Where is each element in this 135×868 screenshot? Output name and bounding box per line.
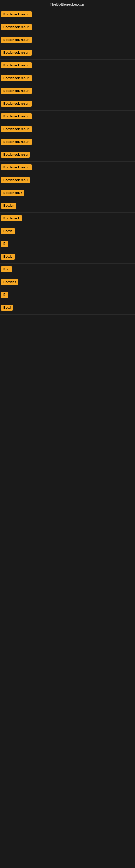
site-title: TheBottlenecker.com [0, 0, 135, 9]
bottleneck-badge-13[interactable]: Bottleneck result [1, 164, 32, 170]
bottleneck-badge-8[interactable]: Bottleneck result [1, 101, 32, 106]
bottleneck-badge-20[interactable]: Bottle [1, 254, 14, 259]
result-row-16[interactable]: Bottlen [0, 200, 135, 213]
bottleneck-badge-11[interactable]: Bottleneck result [1, 139, 32, 145]
bottleneck-badge-15[interactable]: Bottleneck r [1, 190, 24, 196]
bottleneck-badge-3[interactable]: Bottleneck result [1, 37, 32, 43]
bottleneck-badge-6[interactable]: Bottleneck result [1, 75, 32, 81]
bottleneck-badge-9[interactable]: Bottleneck result [1, 113, 32, 119]
result-row-12[interactable]: Bottleneck resu [0, 149, 135, 162]
result-row-6[interactable]: Bottleneck result [0, 72, 135, 85]
result-row-22[interactable]: Bottlens [0, 276, 135, 289]
bottleneck-badge-23[interactable]: B [1, 292, 8, 298]
result-row-1[interactable]: Bottleneck result [0, 9, 135, 22]
bottleneck-badge-24[interactable]: Bottl [1, 305, 13, 311]
bottleneck-badge-10[interactable]: Bottleneck result [1, 126, 32, 132]
result-row-8[interactable]: Bottleneck result [0, 98, 135, 111]
bottleneck-badge-7[interactable]: Bottleneck result [1, 88, 32, 94]
result-row-21[interactable]: Bott [0, 264, 135, 276]
result-row-18[interactable]: Bottle [0, 225, 135, 238]
bottleneck-badge-22[interactable]: Bottlens [1, 279, 18, 285]
bottleneck-badge-18[interactable]: Bottle [1, 228, 14, 234]
result-row-24[interactable]: Bottl [0, 302, 135, 315]
result-row-19[interactable]: B [0, 238, 135, 251]
bottleneck-badge-5[interactable]: Bottleneck result [1, 62, 32, 68]
result-row-3[interactable]: Bottleneck result [0, 34, 135, 47]
result-row-15[interactable]: Bottleneck r [0, 187, 135, 200]
result-row-9[interactable]: Bottleneck result [0, 111, 135, 123]
result-row-11[interactable]: Bottleneck result [0, 136, 135, 149]
result-row-2[interactable]: Bottleneck result [0, 22, 135, 34]
bottleneck-badge-12[interactable]: Bottleneck resu [1, 152, 30, 158]
bottleneck-badge-4[interactable]: Bottleneck result [1, 50, 32, 56]
bottleneck-badge-2[interactable]: Bottleneck result [1, 24, 32, 30]
result-row-5[interactable]: Bottleneck result [0, 60, 135, 72]
result-row-20[interactable]: Bottle [0, 251, 135, 264]
result-row-7[interactable]: Bottleneck result [0, 85, 135, 98]
result-row-10[interactable]: Bottleneck result [0, 123, 135, 136]
bottleneck-badge-21[interactable]: Bott [1, 267, 12, 272]
result-row-13[interactable]: Bottleneck result [0, 162, 135, 175]
bottleneck-badge-14[interactable]: Bottleneck resu [1, 177, 30, 183]
result-row-17[interactable]: Bottleneck [0, 213, 135, 225]
result-row-23[interactable]: B [0, 289, 135, 302]
bottleneck-badge-1[interactable]: Bottleneck result [1, 11, 32, 18]
bottleneck-badge-17[interactable]: Bottleneck [1, 215, 22, 221]
result-row-4[interactable]: Bottleneck result [0, 47, 135, 60]
results-list: Bottleneck resultBottleneck resultBottle… [0, 9, 135, 315]
bottleneck-badge-19[interactable]: B [1, 241, 8, 247]
result-row-14[interactable]: Bottleneck resu [0, 175, 135, 187]
bottleneck-badge-16[interactable]: Bottlen [1, 203, 16, 209]
